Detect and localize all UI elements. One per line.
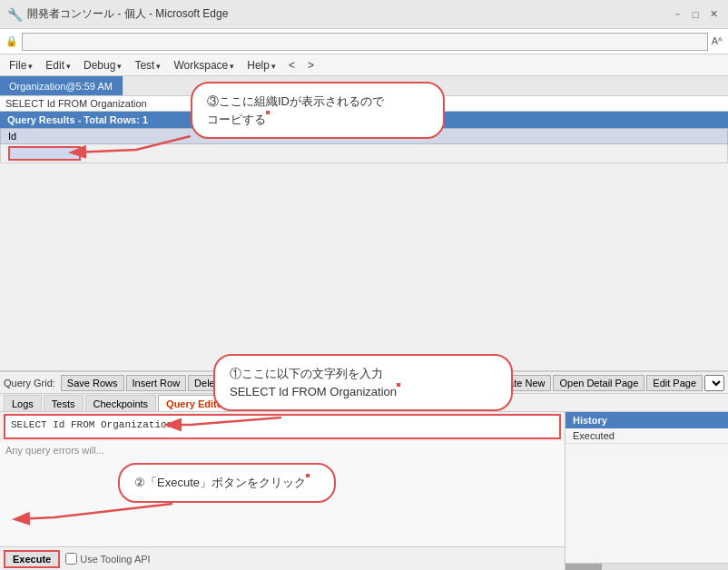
close-button[interactable]: ✕ xyxy=(706,7,721,22)
tab-bar: Organization@5:59 AM xyxy=(0,76,728,96)
query-toolbar: Query Grid: Save Rows Insert Row Delete … xyxy=(0,372,728,394)
query-grid-label: Query Grid: xyxy=(4,378,55,388)
save-rows-button[interactable]: Save Rows xyxy=(61,375,124,391)
tab-checkpoints[interactable]: Checkpoints xyxy=(85,395,157,411)
menu-back[interactable]: < xyxy=(283,57,300,74)
tabs-row: Logs Tests Checkpoints Query Editor xyxy=(0,394,728,412)
lock-icon: 🔒 xyxy=(5,35,18,47)
aa-button[interactable]: Aᴬ xyxy=(712,35,723,47)
dropdown[interactable] xyxy=(704,375,724,391)
title-bar-text: 開発者コンソール - 個人 - Microsoft Edge xyxy=(27,6,721,22)
edit-page-button[interactable]: Edit Page xyxy=(646,375,703,391)
minimize-button[interactable]: － xyxy=(670,7,684,22)
id-cell[interactable] xyxy=(1,144,728,163)
scroll-thumb[interactable] xyxy=(566,564,602,570)
error-placeholder: Any query errors will... xyxy=(5,445,104,456)
open-detail-page-button[interactable]: Open Detail Page xyxy=(553,375,644,391)
tab-query-editor[interactable]: Query Editor xyxy=(158,395,235,411)
query-input-area[interactable]: SELECT Id FROM Organization xyxy=(4,414,561,439)
menu-bar: File Edit Debug Test Workspace Help < > xyxy=(0,54,728,76)
menu-debug[interactable]: Debug xyxy=(78,57,127,74)
tooling-api-checkbox[interactable] xyxy=(65,553,77,565)
refresh-button[interactable]: Refre... xyxy=(254,375,300,391)
tab-tests[interactable]: Tests xyxy=(44,395,84,411)
create-new-button[interactable]: Create New xyxy=(486,375,551,391)
history-header: History xyxy=(566,412,728,428)
execute-button[interactable]: Execute xyxy=(4,550,60,568)
address-bar: 🔒 Aᴬ xyxy=(0,29,728,54)
menu-forward[interactable]: > xyxy=(302,57,320,74)
history-scrollbar[interactable] xyxy=(566,563,728,570)
app-icon: 🔧 xyxy=(7,7,22,22)
results-table: Id xyxy=(0,128,728,163)
results-section: Query Results - Total Rows: 1 Id xyxy=(0,112,728,239)
maximize-button[interactable]: □ xyxy=(688,7,703,22)
menu-workspace[interactable]: Workspace xyxy=(168,57,240,74)
results-header: Query Results - Total Rows: 1 xyxy=(0,112,728,128)
menu-file[interactable]: File xyxy=(4,57,38,74)
tooling-api-label: Use Tooling API xyxy=(65,553,150,565)
toolbar-right: Create New Open Detail Page Edit Page xyxy=(486,375,724,391)
insert-row-button[interactable]: Insert Row xyxy=(126,375,187,391)
history-item[interactable]: Executed xyxy=(566,428,728,444)
error-area: Any query errors will... xyxy=(0,441,565,546)
menu-help[interactable]: Help xyxy=(241,57,281,74)
org-tab[interactable]: Organization@5:59 AM xyxy=(0,76,123,95)
col-id: Id xyxy=(1,129,728,144)
delete-row-button[interactable]: Delete Row xyxy=(188,375,252,391)
bottom-area: Query Grid: Save Rows Insert Row Delete … xyxy=(0,370,728,570)
bottom-main: SELECT Id FROM Organization Any query er… xyxy=(0,412,728,570)
id-value[interactable] xyxy=(8,146,81,161)
query-label-bar: SELECT Id FROM Organization xyxy=(0,96,728,112)
app-window: 🔧 開発者コンソール - 個人 - Microsoft Edge － □ ✕ 🔒… xyxy=(0,0,728,570)
bottom-left: SELECT Id FROM Organization Any query er… xyxy=(0,412,565,570)
query-text: SELECT Id FROM Organization xyxy=(11,419,172,430)
menu-test[interactable]: Test xyxy=(129,57,166,74)
table-row xyxy=(1,144,728,163)
window-controls: － □ ✕ xyxy=(670,7,721,22)
address-input[interactable] xyxy=(22,33,708,51)
menu-edit[interactable]: Edit xyxy=(40,57,76,74)
execute-bar: Execute Use Tooling API xyxy=(0,546,565,570)
tab-logs[interactable]: Logs xyxy=(4,395,42,411)
history-panel: History Executed xyxy=(565,412,728,570)
title-bar: 🔧 開発者コンソール - 個人 - Microsoft Edge － □ ✕ xyxy=(0,0,728,29)
